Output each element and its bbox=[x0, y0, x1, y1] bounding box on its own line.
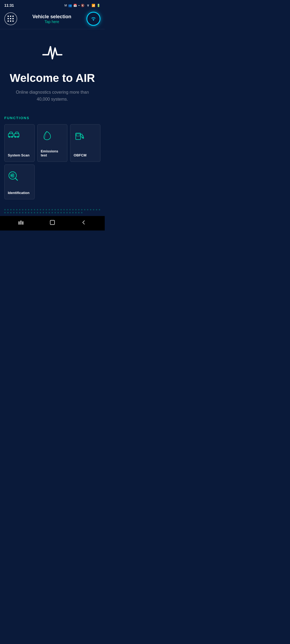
leaf-icon bbox=[41, 130, 53, 147]
hero-logo bbox=[40, 40, 64, 65]
svg-rect-20 bbox=[19, 221, 20, 225]
svg-rect-9 bbox=[76, 134, 80, 136]
car-scan-icon bbox=[8, 130, 20, 147]
recent-apps-icon[interactable] bbox=[18, 219, 24, 227]
grid-dots-icon bbox=[8, 16, 14, 22]
svg-rect-22 bbox=[22, 221, 23, 225]
vin-icon: VIN bbox=[8, 170, 20, 187]
functions-label: FUNCTIONS bbox=[4, 116, 100, 120]
wifi-icon bbox=[86, 3, 90, 7]
hero-title: Welcome to AIR bbox=[10, 72, 95, 85]
nav-subtitle: Tap here bbox=[32, 20, 71, 24]
scan-button[interactable] bbox=[86, 12, 100, 26]
svg-rect-23 bbox=[50, 220, 55, 225]
battery-icon: 🔋 bbox=[97, 4, 100, 7]
svg-point-0 bbox=[88, 6, 88, 7]
svg-text:VIN: VIN bbox=[10, 175, 13, 176]
status-icons: M 👥 📅 • 🔇 📶 🔋 bbox=[64, 3, 100, 7]
android-nav-bar bbox=[0, 216, 105, 230]
mute-icon: 🔇 bbox=[81, 4, 85, 7]
status-bar: 11:31 M 👥 📅 • 🔇 📶 🔋 bbox=[0, 0, 105, 10]
svg-rect-21 bbox=[20, 221, 21, 225]
functions-grid: System Scan Emissions test bbox=[4, 124, 100, 162]
notification-dot: • bbox=[78, 4, 79, 7]
nav-title-area[interactable]: Vehicle selection Tap here bbox=[32, 14, 71, 24]
bottom-decoration: const deco = document.querySelector('.bo… bbox=[0, 205, 105, 213]
svg-line-19 bbox=[15, 178, 17, 180]
fuel-icon bbox=[74, 130, 85, 147]
system-scan-card[interactable]: System Scan bbox=[4, 124, 35, 162]
obfcm-label: OBFCM bbox=[74, 153, 86, 157]
identification-label: Identification bbox=[8, 191, 30, 195]
back-icon[interactable] bbox=[81, 219, 87, 227]
calendar-icon: 📅 bbox=[73, 4, 77, 7]
signal-icon: 📶 bbox=[92, 4, 95, 7]
menu-button[interactable] bbox=[4, 12, 17, 25]
top-nav: Vehicle selection Tap here bbox=[0, 10, 105, 29]
waveform-icon bbox=[40, 40, 64, 64]
status-time: 11:31 bbox=[4, 3, 14, 8]
gmail-icon: M bbox=[64, 4, 67, 7]
nav-title: Vehicle selection bbox=[32, 14, 71, 20]
system-scan-label: System Scan bbox=[8, 153, 30, 157]
svg-point-1 bbox=[93, 20, 94, 20]
hero-subtitle: Online diagnostics covering more than 40… bbox=[15, 89, 90, 103]
wifi-scan-icon bbox=[90, 15, 97, 23]
emissions-test-card[interactable]: Emissions test bbox=[37, 124, 68, 162]
functions-section: FUNCTIONS System Scan bbox=[0, 111, 105, 205]
team-icon: 👥 bbox=[68, 4, 72, 7]
hero-section: Welcome to AIR Online diagnostics coveri… bbox=[0, 29, 105, 111]
emissions-test-label: Emissions test bbox=[41, 149, 64, 157]
identification-card[interactable]: VIN Identification bbox=[4, 164, 35, 199]
obfcm-card[interactable]: OBFCM bbox=[70, 124, 100, 162]
functions-grid-second: VIN Identification bbox=[4, 164, 100, 199]
home-icon[interactable] bbox=[49, 219, 55, 227]
